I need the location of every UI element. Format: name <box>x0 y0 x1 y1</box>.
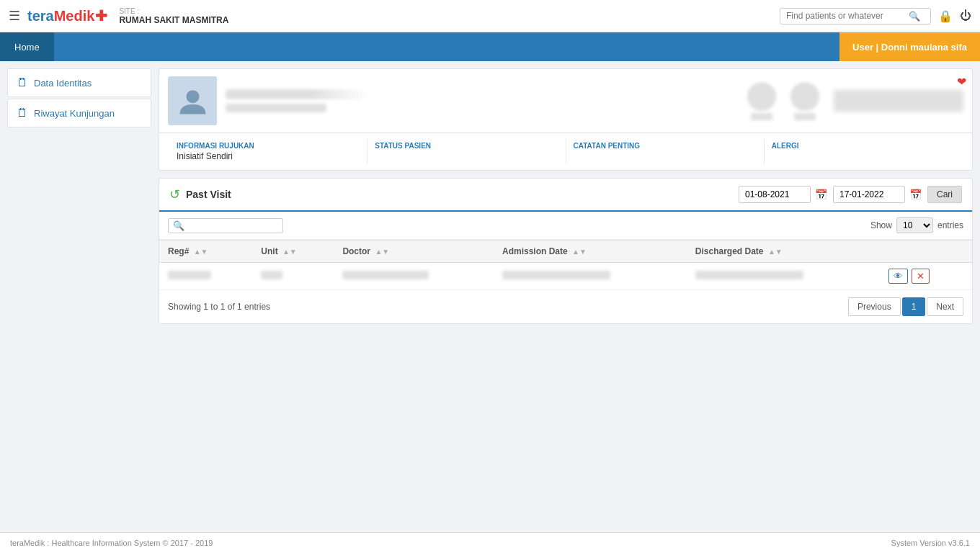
patient-name-blurred <box>226 89 370 99</box>
site-name: RUMAH SAKIT MASMITRA <box>119 15 228 25</box>
entries-select[interactable]: 10 25 50 100 <box>896 217 933 233</box>
table-header-row: Reg# ▲▼ Unit ▲▼ Doctor ▲▼ Admission Da <box>159 240 972 263</box>
page-1-button[interactable]: 1 <box>902 297 926 316</box>
col-reg-sort: ▲▼ <box>194 248 208 256</box>
next-button[interactable]: Next <box>927 297 963 316</box>
menu-icon[interactable]: ☰ <box>9 8 20 24</box>
footer-status-pasien: STATUS PASIEN <box>368 139 566 164</box>
lock-icon[interactable]: 🔒 <box>938 9 953 23</box>
status-pasien-label: STATUS PASIEN <box>375 142 558 150</box>
meta-item-2 <box>790 82 819 120</box>
calendar-to-icon[interactable]: 📅 <box>909 189 922 200</box>
meta-wide-blurred <box>834 90 963 112</box>
site-label: SITE : <box>119 7 228 15</box>
navbar-item-home[interactable]: Home <box>0 32 54 61</box>
footer-alergi: ALERGI <box>765 139 962 164</box>
meta-label-2 <box>794 113 816 120</box>
sidebar: 🗒 Data Identitas 🗒 Riwayat Kunjungan <box>7 68 151 520</box>
corner-badge: ❤ <box>957 75 966 89</box>
user-info: User | Donni maulana sifa <box>839 32 980 61</box>
site-info: SITE : RUMAH SAKIT MASMITRA <box>119 7 228 25</box>
avatar-icon <box>177 85 209 117</box>
patient-id-blurred <box>226 104 326 112</box>
past-visit-icon: ↺ <box>169 186 180 202</box>
table-search-icon: 🔍 <box>173 220 184 231</box>
data-identitas-icon: 🗒 <box>17 76 28 89</box>
logo-tera: tera <box>27 8 54 24</box>
svg-point-0 <box>186 90 199 103</box>
table-body: 👁 ✕ <box>159 263 972 290</box>
showing-text: Showing 1 to 1 of 1 entries <box>168 302 270 312</box>
past-visit-title: Past Visit <box>186 189 733 200</box>
content: ❤ INFORMASI RUJUKAN Inisiatif Sendiri ST… <box>159 68 973 520</box>
logo-medik: Medik <box>54 8 95 24</box>
table-search-input[interactable] <box>187 220 281 230</box>
cari-button[interactable]: Cari <box>927 186 962 203</box>
view-button[interactable]: 👁 <box>888 269 908 284</box>
delete-button[interactable]: ✕ <box>912 269 930 284</box>
informasi-rujukan-value: Inisiatif Sendiri <box>177 151 360 161</box>
col-unit: Unit ▲▼ <box>252 240 334 263</box>
main-layout: 🗒 Data Identitas 🗒 Riwayat Kunjungan <box>0 61 980 527</box>
date-to-input[interactable] <box>833 186 905 203</box>
col-reg: Reg# ▲▼ <box>159 240 252 263</box>
table-search-wrap[interactable]: 🔍 <box>168 218 283 233</box>
cell-doctor <box>334 263 494 290</box>
meta-item-1 <box>747 82 776 120</box>
col-reg-label: Reg# <box>168 246 189 256</box>
date-from-input[interactable] <box>739 186 811 203</box>
patient-card-footer: INFORMASI RUJUKAN Inisiatif Sendiri STAT… <box>159 132 972 170</box>
logo-plus: ✚ <box>95 7 107 24</box>
data-table: Reg# ▲▼ Unit ▲▼ Doctor ▲▼ Admission Da <box>159 240 972 290</box>
col-doctor-label: Doctor <box>342 246 370 256</box>
calendar-from-icon[interactable]: 📅 <box>815 189 827 200</box>
cell-unit-value <box>261 271 282 279</box>
cell-discharged <box>687 263 880 290</box>
col-discharged-label: Discharged Date <box>695 246 764 256</box>
table-row: 👁 ✕ <box>159 263 972 290</box>
copyright-text: teraMedik : Healthcare Information Syste… <box>10 539 213 547</box>
cell-reg <box>159 263 252 290</box>
footer-catatan-penting: CATATAN PENTING <box>566 139 765 164</box>
col-doctor-sort: ▲▼ <box>375 248 389 256</box>
patient-avatar <box>168 76 217 125</box>
patient-info <box>226 89 739 112</box>
cell-discharged-value <box>695 271 803 279</box>
meta-icon-2 <box>790 82 819 111</box>
topbar: ☰ teraMedik✚ SITE : RUMAH SAKIT MASMITRA… <box>0 0 980 32</box>
riwayat-kunjungan-icon: 🗒 <box>17 107 28 120</box>
cell-admission <box>494 263 687 290</box>
search-icon: 🔍 <box>909 11 920 22</box>
sidebar-item-riwayat-kunjungan[interactable]: 🗒 Riwayat Kunjungan <box>7 99 151 127</box>
version-text: System Version v3.6.1 <box>891 539 970 547</box>
col-actions <box>880 240 972 263</box>
table-head: Reg# ▲▼ Unit ▲▼ Doctor ▲▼ Admission Da <box>159 240 972 263</box>
meta-item-3 <box>834 90 963 112</box>
catatan-penting-label: CATATAN PENTING <box>574 142 757 150</box>
table-footer: Showing 1 to 1 of 1 entries Previous 1 N… <box>159 290 972 323</box>
entries-label: entries <box>937 220 963 230</box>
logo: teraMedik✚ <box>27 7 107 24</box>
date-from-group: 📅 <box>739 186 827 203</box>
topbar-right: 🔍 🔒 ⏻ <box>780 8 971 24</box>
sidebar-item-data-identitas-label: Data Identitas <box>34 78 92 89</box>
sidebar-item-data-identitas[interactable]: 🗒 Data Identitas <box>7 68 151 97</box>
col-admission-label: Admission Date <box>502 246 568 256</box>
cell-unit <box>252 263 334 290</box>
power-icon[interactable]: ⏻ <box>960 9 971 22</box>
col-discharged-sort: ▲▼ <box>768 248 783 256</box>
sidebar-item-riwayat-kunjungan-label: Riwayat Kunjungan <box>34 108 115 119</box>
table-controls: 🔍 Show 10 25 50 100 entries <box>159 212 972 240</box>
past-visit-card: ↺ Past Visit 📅 📅 Cari 🔍 <box>159 178 973 324</box>
informasi-rujukan-label: INFORMASI RUJUKAN <box>177 142 360 150</box>
app-footer: teraMedik : Healthcare Information Syste… <box>0 532 980 553</box>
navbar-home-label: Home <box>14 42 40 53</box>
cell-actions: 👁 ✕ <box>880 263 972 290</box>
alergi-label: ALERGI <box>772 142 955 150</box>
show-label: Show <box>870 220 892 230</box>
search-input[interactable] <box>786 11 909 21</box>
navbar: Home User | Donni maulana sifa <box>0 32 980 61</box>
previous-button[interactable]: Previous <box>848 297 901 316</box>
col-admission-sort: ▲▼ <box>572 248 587 256</box>
search-box[interactable]: 🔍 <box>780 8 931 24</box>
